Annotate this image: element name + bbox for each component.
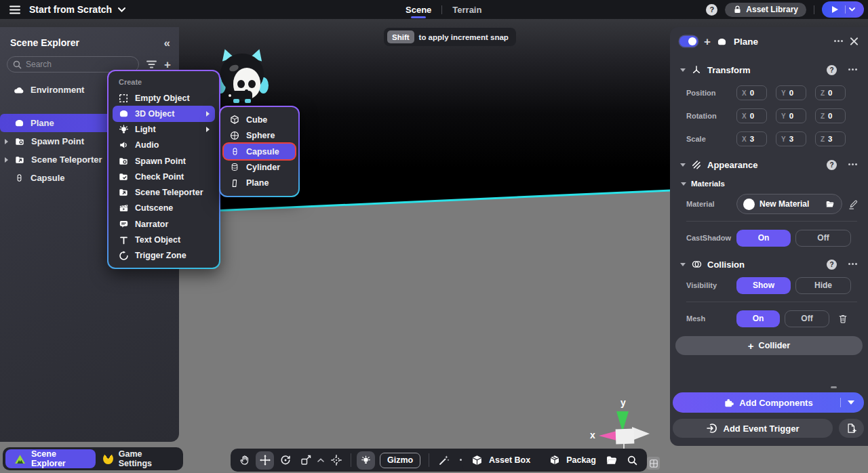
menu-item-label: Light [135,125,156,134]
position-y-field[interactable]: Y0 [776,85,806,100]
material-picker[interactable]: New Material [736,194,842,214]
submenu-item-sphere[interactable]: Sphere [224,127,295,143]
section-chevron-icon[interactable] [680,68,686,72]
appearance-section-header[interactable]: Appearance [670,156,868,173]
tab-terrain[interactable]: Terrain [442,0,492,19]
filter-icon[interactable] [146,60,157,68]
menu-item-check-point[interactable]: Check Point [113,169,215,184]
help-icon[interactable] [827,160,837,170]
menu-item-spawn-point[interactable]: Spawn Point [113,153,215,169]
add-object-icon[interactable] [164,59,171,70]
menu-item-trigger-zone[interactable]: Trigger Zone [113,248,215,264]
more-options-icon[interactable] [848,68,858,71]
mesh-off-button[interactable]: Off [785,310,829,327]
add-icon[interactable] [704,36,711,47]
scale-y-field[interactable]: Y3 [776,131,806,146]
menu-item-empty-object[interactable]: Empty Object [113,90,215,106]
gizmo-center-cube[interactable] [616,429,635,445]
scrollbar-thumb[interactable] [831,386,837,388]
more-options-icon[interactable] [834,40,844,43]
submenu-item-cube[interactable]: Cube [224,112,295,127]
menu-item-narrator[interactable]: Narrator [113,216,215,232]
play-options-chevron-icon[interactable] [849,7,855,12]
materials-subsection-header[interactable]: Materials [670,176,868,191]
add-event-trigger-button[interactable]: Add Event Trigger [673,419,833,438]
expand-chevron-icon[interactable] [5,139,8,144]
rotate-tool-button[interactable] [276,451,294,470]
hamburger-menu-icon[interactable] [9,5,20,14]
submenu-item-capsule[interactable]: Capsule [224,144,295,159]
gizmo-z-handle[interactable] [632,427,650,440]
collapse-panel-icon[interactable] [164,37,169,49]
project-title[interactable]: Start from Scratch [29,4,112,15]
menu-item-cutscene[interactable]: Cutscene [113,201,215,216]
help-icon[interactable] [827,260,837,270]
folder-icon[interactable] [825,200,835,209]
gizmo-toggle-button[interactable]: Gizmo [380,453,420,468]
more-options-icon[interactable] [848,163,858,166]
plane-object-icon [14,119,24,127]
search-icon[interactable] [627,455,637,466]
rotation-x-field[interactable]: X0 [736,108,767,123]
grid-view-icon[interactable] [647,457,660,470]
scale-x-field[interactable]: X3 [736,131,767,146]
delete-collider-icon[interactable] [838,314,848,324]
scene-explorer-button[interactable]: Scene Explorer [5,449,96,468]
components-chevron-icon[interactable] [848,400,854,405]
divider [686,221,857,222]
character-helmet [220,54,264,94]
menu-item-text-object[interactable]: Text Object [113,232,215,247]
snap-target-button[interactable] [327,451,345,470]
menu-item-audio[interactable]: Audio [113,138,215,153]
position-x-field[interactable]: X0 [736,85,767,100]
submenu-item-plane[interactable]: Plane [224,176,295,191]
section-chevron-icon[interactable] [681,182,686,186]
add-script-file-button[interactable] [839,419,864,438]
folder-icon[interactable] [606,455,618,466]
section-chevron-icon[interactable] [680,163,686,167]
search-input[interactable] [26,60,133,69]
rotation-y-field[interactable]: Y0 [776,108,806,123]
puzzle-icon [724,398,734,408]
position-z-field[interactable]: Z0 [815,85,846,100]
section-chevron-icon[interactable] [680,263,686,266]
expand-chevron-icon[interactable] [5,157,8,163]
cast-shadow-on-button[interactable]: On [736,230,791,247]
teleporter-folder-icon [14,155,25,165]
top-bar: Start from Scratch Scene Terrain Asset L… [0,0,868,19]
cast-shadow-off-button[interactable]: Off [795,230,851,247]
help-icon[interactable] [706,4,717,16]
edit-material-icon[interactable] [848,199,859,209]
mesh-on-button[interactable]: On [736,310,780,327]
transform-section-header[interactable]: Transform [670,61,868,79]
submenu-item-cylinder[interactable]: Cylinder [224,159,295,175]
add-collider-button[interactable]: Collider [675,336,863,355]
menu-item-3d-object[interactable]: 3D Object [113,106,215,121]
material-row: Material New Material [670,191,868,217]
asset-box-button[interactable]: Asset Box [489,455,530,465]
collision-section-header[interactable]: Collision [670,255,868,273]
chevron-down-icon[interactable] [118,7,125,12]
game-settings-button[interactable]: Game Settings [96,449,180,468]
move-tool-button[interactable] [256,451,274,470]
pan-tool-button[interactable] [235,451,254,470]
magic-wand-button[interactable] [435,451,453,470]
menu-item-scene-teleporter[interactable]: Scene Teleporter [113,185,215,201]
tab-scene[interactable]: Scene [395,0,441,19]
play-button[interactable] [822,1,864,18]
more-options-icon[interactable] [848,263,858,266]
asset-library-button[interactable]: Asset Library [725,3,806,17]
object-enabled-toggle[interactable] [679,36,698,47]
scale-z-field[interactable]: Z3 [815,131,846,146]
tool-options-chevron-icon[interactable] [317,458,324,462]
lighting-button[interactable] [357,451,375,470]
visibility-show-button[interactable]: Show [736,277,791,294]
close-icon[interactable] [850,37,859,46]
scale-tool-button[interactable] [296,451,315,470]
add-components-button[interactable]: Add Components [673,392,864,413]
menu-item-light[interactable]: Light [113,122,215,138]
submenu-chevron-icon [206,127,210,132]
help-icon[interactable] [827,65,837,75]
visibility-hide-button[interactable]: Hide [795,277,851,294]
rotation-z-field[interactable]: Z0 [815,108,846,123]
